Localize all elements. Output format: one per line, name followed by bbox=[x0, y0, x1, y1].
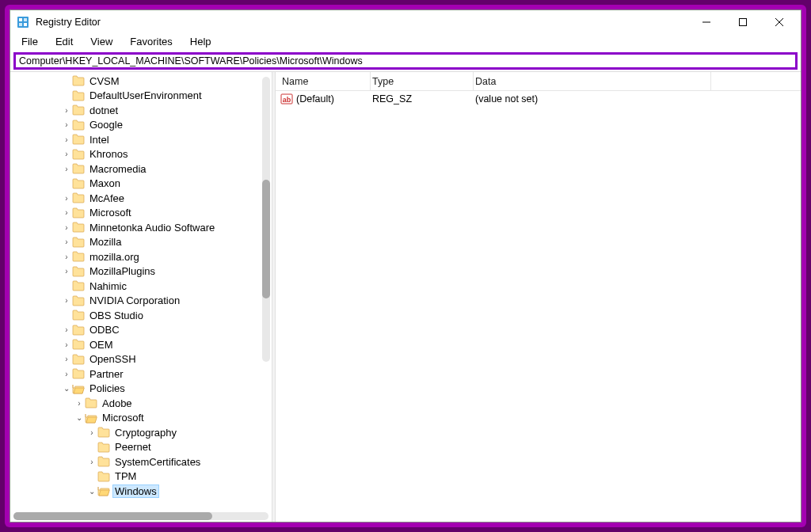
tree-item[interactable]: › NVIDIA Corporation bbox=[36, 294, 272, 309]
folder-icon bbox=[72, 266, 85, 277]
column-header-data[interactable]: Data bbox=[474, 72, 711, 90]
tree-item[interactable]: › Partner bbox=[36, 367, 272, 382]
chevron-icon[interactable]: › bbox=[61, 253, 72, 261]
tree-item[interactable]: OBS Studio bbox=[36, 308, 272, 323]
tree-item-label: CVSM bbox=[88, 75, 121, 87]
chevron-icon[interactable]: › bbox=[61, 223, 72, 232]
chevron-icon[interactable]: › bbox=[61, 340, 72, 349]
folder-icon bbox=[72, 222, 85, 233]
chevron-icon[interactable]: › bbox=[61, 238, 72, 246]
tree-item[interactable]: › ODBC bbox=[36, 323, 272, 338]
list-row[interactable]: (Default) REG_SZ (value not set) bbox=[276, 91, 801, 107]
chevron-icon[interactable]: ⌄ bbox=[74, 413, 85, 422]
folder-icon bbox=[72, 192, 85, 203]
maximize-button[interactable] bbox=[725, 10, 761, 34]
tree-item-label: Microsoft bbox=[101, 412, 146, 424]
tree-item[interactable]: › Adobe bbox=[36, 396, 272, 411]
tree-item[interactable]: ⌄ Windows bbox=[36, 484, 272, 499]
address-bar[interactable]: Computer\HKEY_LOCAL_MACHINE\SOFTWARE\Pol… bbox=[13, 52, 798, 70]
folder-icon bbox=[72, 295, 85, 306]
tree-item[interactable]: TPM bbox=[36, 469, 272, 484]
window-title: Registry Editor bbox=[36, 17, 688, 28]
column-header-type[interactable]: Type bbox=[371, 72, 474, 90]
tree-item-label: Nahimic bbox=[88, 280, 128, 292]
chevron-icon[interactable]: › bbox=[61, 325, 72, 334]
tree-item[interactable]: › Cryptography bbox=[36, 425, 272, 440]
tree-item[interactable]: Peernet bbox=[36, 440, 272, 455]
folder-icon bbox=[85, 412, 97, 424]
chevron-icon[interactable]: › bbox=[86, 428, 97, 437]
chevron-icon[interactable]: › bbox=[61, 150, 72, 158]
list-header: Name Type Data bbox=[276, 72, 801, 91]
tree-item[interactable]: › SystemCertificates bbox=[36, 454, 272, 469]
tree-item[interactable]: › Minnetonka Audio Software bbox=[36, 220, 272, 235]
tree-pane: CVSM DefaultUserEnvironment › dotnet › G… bbox=[10, 72, 272, 522]
chevron-icon[interactable]: › bbox=[74, 399, 85, 408]
chevron-icon[interactable]: › bbox=[86, 458, 97, 466]
folder-icon bbox=[72, 163, 85, 174]
chevron-icon[interactable]: › bbox=[61, 267, 72, 276]
chevron-icon[interactable]: › bbox=[61, 135, 72, 144]
menu-edit[interactable]: Edit bbox=[48, 34, 81, 49]
chevron-icon[interactable]: ⌄ bbox=[86, 487, 97, 496]
chevron-icon[interactable]: › bbox=[61, 120, 72, 129]
folder-icon bbox=[72, 75, 85, 86]
minimize-button[interactable] bbox=[688, 10, 725, 34]
chevron-icon[interactable]: › bbox=[61, 296, 72, 305]
chevron-icon[interactable]: › bbox=[61, 106, 72, 115]
chevron-icon[interactable]: › bbox=[61, 208, 72, 217]
tree-item[interactable]: ⌄ Policies bbox=[36, 382, 272, 397]
chevron-icon[interactable]: › bbox=[61, 370, 72, 378]
tree-item[interactable]: › OpenSSH bbox=[36, 352, 272, 367]
tree-item[interactable]: › Khronos bbox=[36, 147, 272, 162]
tree-item-label: Intel bbox=[88, 134, 111, 146]
tree-item-label: DefaultUserEnvironment bbox=[88, 89, 204, 101]
chevron-icon[interactable]: › bbox=[61, 194, 72, 203]
chevron-icon[interactable]: › bbox=[61, 355, 72, 363]
vertical-scrollbar[interactable] bbox=[262, 77, 270, 362]
tree-item[interactable]: › MozillaPlugins bbox=[36, 264, 272, 279]
chevron-icon[interactable]: › bbox=[61, 165, 72, 173]
tree-item[interactable]: › McAfee bbox=[36, 191, 272, 206]
tree-item-label: Peernet bbox=[113, 441, 153, 453]
tree-item[interactable]: › OEM bbox=[36, 337, 272, 352]
tree-item[interactable]: ⌄ Microsoft bbox=[36, 411, 272, 426]
chevron-icon[interactable]: ⌄ bbox=[61, 384, 72, 393]
menu-view[interactable]: View bbox=[82, 34, 120, 49]
tree-item[interactable]: DefaultUserEnvironment bbox=[36, 89, 272, 104]
horizontal-scrollbar[interactable] bbox=[13, 512, 268, 520]
tree-item-label: Microsoft bbox=[88, 207, 133, 218]
tree-item[interactable]: › Microsoft bbox=[36, 206, 272, 221]
tree-item-label: Cryptography bbox=[113, 427, 178, 439]
tree-item[interactable]: › Macromedia bbox=[36, 162, 272, 177]
tree-item[interactable]: › mozilla.org bbox=[36, 249, 272, 264]
tree-item[interactable]: Nahimic bbox=[36, 279, 272, 294]
tree-item-label: dotnet bbox=[88, 104, 120, 116]
tree-item-label: Minnetonka Audio Software bbox=[88, 222, 216, 234]
tree-item-label: Windows bbox=[113, 485, 158, 497]
folder-icon bbox=[72, 149, 85, 160]
folder-icon bbox=[85, 397, 97, 408]
tree-item[interactable]: › Google bbox=[36, 118, 272, 133]
tree-item[interactable]: › dotnet bbox=[36, 103, 272, 118]
menu-help[interactable]: Help bbox=[182, 34, 219, 49]
close-button[interactable] bbox=[761, 10, 798, 34]
folder-icon bbox=[97, 485, 110, 496]
tree-item[interactable]: Maxon bbox=[36, 177, 272, 192]
tree-item-label: Maxon bbox=[88, 177, 122, 189]
tree-item[interactable]: CVSM bbox=[36, 74, 272, 89]
menu-favorites[interactable]: Favorites bbox=[122, 34, 180, 49]
tree-item[interactable]: › Mozilla bbox=[36, 235, 272, 250]
tree-item-label: SystemCertificates bbox=[113, 456, 202, 468]
string-value-icon bbox=[280, 93, 293, 105]
titlebar[interactable]: Registry Editor bbox=[10, 10, 801, 34]
value-data: (value not set) bbox=[474, 93, 801, 104]
tree-item-label: McAfee bbox=[88, 192, 126, 204]
tree-item-label: Adobe bbox=[101, 397, 134, 409]
folder-icon bbox=[72, 104, 85, 116]
tree-item-label: MozillaPlugins bbox=[88, 265, 157, 277]
menu-file[interactable]: File bbox=[13, 34, 46, 49]
tree-item[interactable]: › Intel bbox=[36, 132, 272, 147]
column-header-name[interactable]: Name bbox=[276, 72, 371, 90]
folder-icon bbox=[72, 90, 85, 101]
